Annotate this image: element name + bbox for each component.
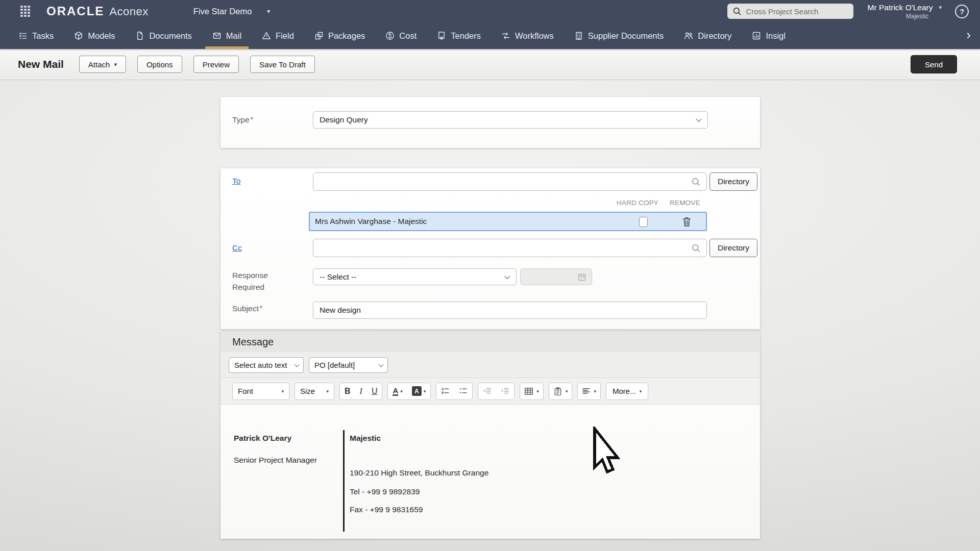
nav-tasks[interactable]: Tasks <box>11 22 61 49</box>
cross-project-search-input[interactable]: Cross Project Search <box>727 4 853 19</box>
chevron-down-icon <box>295 362 300 367</box>
response-required-select[interactable]: -- Select -- <box>313 268 517 285</box>
caret-down-icon: ▾ <box>114 61 117 68</box>
module-nav: Tasks Models Documents Mail Field Packag… <box>0 22 980 49</box>
nav-cost[interactable]: Cost <box>378 22 424 49</box>
cc-directory-button[interactable]: Directory <box>709 239 757 257</box>
text-style-group: B I U <box>339 383 382 400</box>
hard-copy-header: HARD COPY <box>617 199 658 207</box>
bullet-list-icon <box>459 387 468 395</box>
caret-down-icon: ▾ <box>594 389 596 394</box>
template-select[interactable]: PO [default] <box>309 357 388 373</box>
text-color-icon: A <box>393 387 398 396</box>
align-button[interactable]: ▾ <box>577 383 601 400</box>
mail-icon <box>212 31 222 40</box>
chevron-right-icon: › <box>966 27 971 43</box>
font-size-select[interactable]: Size ▾ <box>295 383 334 400</box>
to-search-input[interactable] <box>313 172 707 191</box>
caret-down-icon: ▾ <box>424 389 426 394</box>
nav-tenders[interactable]: Tenders <box>430 22 488 49</box>
underline-button[interactable]: U <box>367 383 382 399</box>
oracle-wordmark: ORACLE <box>46 4 104 18</box>
nav-mail[interactable]: Mail <box>205 22 249 49</box>
recipient-row: Mrs Ashwin Varghase - Majestic <box>309 212 707 231</box>
table-icon <box>524 387 533 396</box>
app-grid-icon[interactable] <box>20 6 30 17</box>
to-directory-button[interactable]: Directory <box>709 172 757 191</box>
nav-packages[interactable]: Packages <box>307 22 372 49</box>
bullet-list-button[interactable] <box>454 383 472 399</box>
color-group: A ▾ A ▾ <box>387 383 431 400</box>
field-warning-icon <box>262 31 271 40</box>
attach-button[interactable]: Attach ▾ <box>79 56 126 73</box>
caret-down-icon: ▾ <box>536 389 539 394</box>
bold-button[interactable]: B <box>340 383 355 399</box>
editor-toolbar: Font ▾ Size ▾ B I U A ▾ <box>220 378 760 405</box>
font-family-select[interactable]: Font ▾ <box>232 383 289 400</box>
options-button[interactable]: Options <box>137 56 182 73</box>
nav-workflows[interactable]: Workflows <box>494 22 561 49</box>
nav-documents[interactable]: Documents <box>128 22 199 49</box>
preview-button[interactable]: Preview <box>193 56 239 73</box>
signature-tel: Tel - +99 9 9892839 <box>350 487 420 496</box>
to-link[interactable]: To <box>232 177 240 186</box>
nav-insights[interactable]: Insigl <box>745 22 793 49</box>
caret-down-icon: ▾ <box>326 389 329 394</box>
message-section-title: Message <box>232 336 274 348</box>
nav-field[interactable]: Field <box>255 22 301 49</box>
outdent-icon <box>483 387 492 395</box>
recipient-name: Mrs Ashwin Varghase - Majestic <box>315 217 427 226</box>
nav-directory[interactable]: Directory <box>677 22 739 49</box>
caret-down-icon: ▾ <box>281 389 284 394</box>
oracle-aconex-logo: ORACLE Aconex <box>46 4 149 18</box>
text-color-button[interactable]: A ▾ <box>388 383 407 399</box>
nav-models[interactable]: Models <box>67 22 122 49</box>
type-card: Type* Design Query <box>220 97 760 148</box>
nav-overflow-chevron[interactable]: › <box>963 22 980 49</box>
user-name: Mr Patrick O'Leary <box>868 3 933 12</box>
chevron-down-icon <box>504 273 510 279</box>
italic-button[interactable]: I <box>355 383 367 399</box>
subject-label: Subject* <box>232 304 262 313</box>
search-icon <box>691 243 701 253</box>
save-to-draft-button[interactable]: Save To Draft <box>250 56 315 73</box>
mail-type-select[interactable]: Design Query <box>313 111 708 129</box>
hard-copy-checkbox[interactable] <box>639 217 648 227</box>
auto-text-band: Select auto text PO [default] <box>220 352 760 378</box>
user-menu[interactable]: Mr Patrick O'Leary ▾ Majestic <box>868 3 942 20</box>
project-selector[interactable]: Five Star Demo ▾ <box>193 7 271 16</box>
outdent-button[interactable] <box>478 383 496 399</box>
help-icon[interactable]: ? <box>955 5 969 18</box>
workflows-icon <box>501 31 510 40</box>
ordered-list-button[interactable] <box>436 383 454 399</box>
chevron-down-icon <box>696 116 701 122</box>
insert-table-button[interactable]: ▾ <box>520 383 544 400</box>
indent-icon <box>501 387 509 395</box>
auto-text-select[interactable]: Select auto text <box>229 357 304 373</box>
remove-recipient-button[interactable] <box>681 216 692 230</box>
search-icon <box>691 177 701 187</box>
message-body-editor[interactable]: Patrick O'Leary Senior Project Manager M… <box>220 405 760 539</box>
document-icon <box>135 31 144 40</box>
tasks-icon <box>18 31 28 40</box>
models-icon <box>74 31 83 40</box>
required-asterisk: * <box>251 115 253 123</box>
project-name: Five Star Demo <box>193 7 252 16</box>
signature-fax: Fax - +99 9 9831659 <box>350 505 423 514</box>
tenders-icon <box>437 31 446 40</box>
aconex-wordmark: Aconex <box>109 5 148 18</box>
more-tools-button[interactable]: More... ▾ <box>606 383 648 400</box>
align-icon <box>582 387 591 395</box>
indent-button[interactable] <box>496 383 514 399</box>
paste-button[interactable]: ▾ <box>549 383 573 400</box>
subject-input[interactable]: New design <box>313 302 707 319</box>
cc-link[interactable]: Cc <box>232 243 242 253</box>
cc-search-input[interactable] <box>313 239 707 257</box>
ordered-list-icon <box>441 387 450 395</box>
send-button[interactable]: Send <box>911 55 957 73</box>
fill-color-button[interactable]: A ▾ <box>407 383 431 399</box>
page-title: New Mail <box>18 58 64 70</box>
insights-chart-icon <box>752 31 761 40</box>
new-mail-form: Type* Design Query To Directory HARD COP… <box>0 80 980 551</box>
nav-supplier-documents[interactable]: Supplier Documents <box>567 22 671 49</box>
